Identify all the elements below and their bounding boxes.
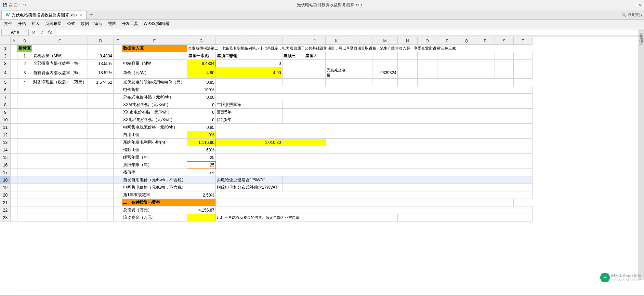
r3-E[interactable] (114, 60, 122, 67)
r3-O[interactable] (417, 60, 437, 67)
r4-M[interactable]: 9339324 (372, 67, 398, 79)
col-M[interactable]: M (372, 37, 398, 45)
r15-F[interactable]: 经营年限（年） (122, 154, 187, 161)
col-C[interactable]: C (32, 37, 88, 45)
r21-A[interactable] (11, 199, 17, 206)
r2-J[interactable]: 屋顶四 (304, 52, 325, 60)
r7-E[interactable] (114, 94, 122, 101)
window-controls[interactable]: － □ ✕ (630, 2, 641, 8)
r22-B[interactable] (17, 206, 32, 214)
r3-Q[interactable] (457, 60, 476, 67)
r3-S[interactable] (495, 60, 513, 67)
r14-B[interactable] (17, 146, 32, 154)
r21-E[interactable] (114, 199, 122, 206)
r3-R[interactable] (476, 60, 495, 67)
menu-file[interactable]: 文件 (1, 20, 15, 27)
r9-C[interactable] (32, 109, 88, 116)
r9-H[interactable]: 暂定5年 (216, 109, 282, 116)
r2-P[interactable] (437, 52, 457, 60)
r12-C[interactable] (32, 131, 88, 139)
r20-C[interactable] (32, 191, 88, 199)
r17-D[interactable] (88, 169, 114, 176)
r13-F[interactable]: 系统年发电利用小时(h) (122, 139, 187, 146)
r5-G[interactable]: 0.85 (187, 79, 215, 86)
r2-R[interactable] (476, 52, 495, 60)
menu-dev[interactable]: 开发工具 (119, 20, 141, 27)
r13-D[interactable] (88, 139, 114, 146)
r1-F[interactable]: 数据输入区 (122, 45, 187, 52)
r5-F[interactable]: 光伏发电时段加权用电电价（元） (122, 79, 187, 86)
r5-E[interactable] (114, 79, 122, 86)
col-E[interactable]: E (114, 37, 122, 45)
r2-N[interactable] (397, 52, 417, 60)
r17-E[interactable] (114, 169, 122, 176)
r14-F[interactable]: 借款比例 (122, 146, 187, 154)
r7-A[interactable] (11, 94, 17, 101)
r10-F[interactable]: XX地区电价补贴（元/Kwh） (122, 116, 187, 124)
r23-G[interactable] (187, 214, 215, 221)
r7-F[interactable]: 分布式电价补贴（元/Kwh） (122, 94, 187, 101)
r10-D[interactable] (88, 116, 114, 124)
r7-C[interactable] (32, 94, 88, 101)
col-Q[interactable]: Q (457, 37, 476, 45)
r8-A[interactable] (11, 101, 17, 109)
r4-B[interactable]: 3 (17, 67, 32, 79)
r11-B[interactable] (17, 124, 32, 131)
r10-C[interactable] (32, 116, 88, 124)
r6-B[interactable] (17, 86, 32, 94)
r2-H[interactable]: 屋顶二彩钢 (216, 52, 282, 60)
r6-G[interactable]: 100% (187, 86, 215, 94)
r15-A[interactable] (11, 154, 17, 161)
r4-N[interactable] (397, 67, 417, 79)
top-right-icons[interactable]: 🔍 点此查找 (622, 12, 643, 17)
r15-C[interactable] (32, 154, 88, 161)
r3-H[interactable]: 0 (216, 60, 282, 67)
r2-F[interactable] (122, 52, 187, 60)
col-D[interactable]: D (88, 37, 114, 45)
r23-B[interactable] (17, 214, 32, 221)
r17-G[interactable]: 5% (187, 169, 215, 176)
r5-M[interactable] (372, 79, 398, 86)
r12-E[interactable] (114, 131, 122, 139)
r4-L[interactable] (347, 67, 372, 79)
r20-E[interactable] (114, 191, 122, 199)
r2-S[interactable] (495, 52, 513, 60)
r5-N[interactable] (397, 79, 417, 86)
r5-B[interactable]: 4 (17, 79, 32, 86)
r22-A[interactable] (11, 206, 17, 214)
r21-D[interactable] (88, 199, 114, 206)
r20-G[interactable]: 2.50% (187, 191, 215, 199)
r9-B[interactable] (17, 109, 32, 116)
r10-H[interactable]: 暂定5年 (216, 116, 282, 124)
r16-B[interactable] (17, 161, 32, 169)
r3-B[interactable]: 2 (17, 60, 32, 67)
r17-A[interactable] (11, 169, 17, 176)
r4-A[interactable] (11, 67, 17, 79)
r8-E[interactable] (114, 101, 122, 109)
r1-B[interactable]: 指标区 (17, 45, 32, 52)
r12-G[interactable]: 0% (187, 131, 215, 139)
r17-F[interactable]: 残值率 (122, 169, 187, 176)
r3-D[interactable]: 13.55% (88, 60, 114, 67)
col-J[interactable]: J (304, 37, 325, 45)
r16-D[interactable] (88, 161, 114, 169)
r13-E[interactable] (114, 139, 122, 146)
r3-J[interactable] (304, 60, 325, 67)
r2-Q[interactable] (457, 52, 476, 60)
r6-F[interactable]: 电价折扣 (122, 86, 187, 94)
r18-D[interactable] (88, 176, 114, 184)
menu-view[interactable]: 视图 (105, 20, 119, 27)
r4-E[interactable] (114, 67, 122, 79)
col-S[interactable]: S (495, 37, 513, 45)
r20-F[interactable]: 第1年末衰减率 (122, 191, 187, 199)
r23-C[interactable] (32, 214, 88, 221)
r15-E[interactable] (114, 154, 122, 161)
r5-D[interactable]: 1,574.62 (88, 79, 114, 86)
sheet-area[interactable]: A B C D E F G H I J K L M N O P Q (0, 37, 644, 295)
r20-D[interactable] (88, 191, 114, 199)
r8-H[interactable]: 年限参照国家 (216, 101, 282, 109)
r13-H[interactable]: 1,010.80 (216, 139, 282, 146)
r2-G[interactable]: 屋顶一水泥 (187, 52, 215, 60)
r8-D[interactable] (88, 101, 114, 109)
r4-H[interactable]: 4.90 (216, 67, 282, 79)
